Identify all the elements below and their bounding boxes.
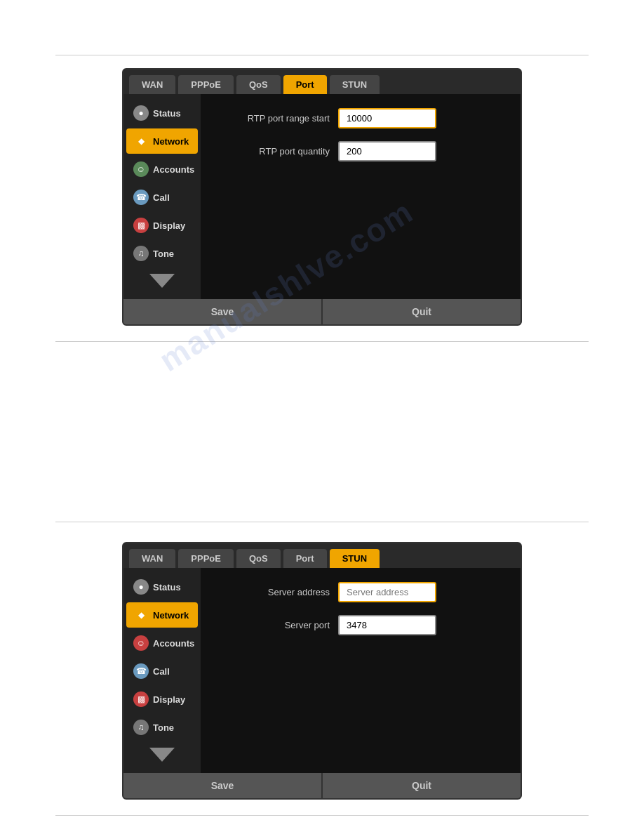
save-btn-2[interactable]: Save (123, 773, 323, 798)
call-icon-1: ☎ (133, 190, 149, 205)
panel2: WAN PPPoE QoS Port STUN ● Status ◆ Netwo… (122, 542, 522, 800)
sidebar-label-display-2: Display (153, 694, 185, 705)
sidebar-item-tone-2[interactable]: ♫ Tone (126, 715, 198, 740)
network-icon-1: ◆ (133, 133, 149, 149)
server-addr-row: Server address (217, 582, 504, 602)
status-icon-2: ● (133, 579, 149, 595)
sidebar-item-network-1[interactable]: ◆ Network (126, 128, 198, 154)
panel2-bottom-bar: Save Quit (123, 773, 521, 798)
sidebar-label-display-1: Display (153, 220, 185, 231)
rtp-qty-label: RTP port quantity (217, 146, 330, 157)
rtp-qty-row: RTP port quantity (217, 141, 504, 161)
server-port-label: Server port (217, 620, 330, 630)
tab-stun-1[interactable]: STUN (330, 75, 380, 94)
accounts-icon-2: ☺ (133, 635, 149, 651)
panel1: WAN PPPoE QoS Port STUN ● Status ◆ Netwo… (122, 68, 522, 326)
sidebar-item-accounts-1[interactable]: ☺ Accounts (126, 157, 198, 182)
save-btn-1[interactable]: Save (123, 299, 323, 324)
quit-btn-1[interactable]: Quit (323, 299, 521, 324)
network-icon-2: ◆ (133, 607, 149, 623)
panel1-content: RTP port range start RTP port quantity (201, 94, 521, 299)
sidebar-item-call-1[interactable]: ☎ Call (126, 185, 198, 210)
sidebar-label-call-1: Call (153, 192, 170, 203)
panel1-tab-bar: WAN PPPoE QoS Port STUN (123, 70, 521, 94)
rtp-start-input[interactable] (338, 108, 436, 128)
panel2-tab-bar: WAN PPPoE QoS Port STUN (123, 543, 521, 568)
down-arrow-icon-2 (149, 748, 175, 762)
down-arrow-icon-1 (149, 274, 175, 288)
panel2-content: Server address Server port (201, 568, 521, 773)
scroll-down-btn-1[interactable] (149, 274, 175, 288)
panel1-section: WAN PPPoE QoS Port STUN ● Status ◆ Netwo… (0, 68, 644, 326)
panel2-section: WAN PPPoE QoS Port STUN ● Status ◆ Netwo… (0, 542, 644, 800)
sidebar-label-status-1: Status (153, 108, 181, 119)
sidebar-item-status-2[interactable]: ● Status (126, 574, 198, 600)
quit-btn-2[interactable]: Quit (323, 773, 521, 798)
panel2-sidebar: ● Status ◆ Network ☺ Accounts ☎ Call (123, 568, 201, 773)
sidebar-label-network-2: Network (153, 610, 189, 621)
rtp-start-label: RTP port range start (217, 113, 330, 124)
mid-divider-1 (55, 341, 589, 342)
panel1-body: ● Status ◆ Network ☺ Accounts ☎ Call (123, 94, 521, 299)
sidebar-label-accounts-2: Accounts (153, 638, 194, 649)
rtp-start-row: RTP port range start (217, 108, 504, 128)
top-divider (55, 55, 589, 55)
sidebar-label-tone-2: Tone (153, 722, 174, 733)
tab-pppoe-2[interactable]: PPPoE (178, 549, 234, 568)
mid-divider-2 (55, 522, 589, 522)
call-icon-2: ☎ (133, 663, 149, 679)
sidebar-item-display-2[interactable]: ▩ Display (126, 687, 198, 712)
tab-stun-2[interactable]: STUN (330, 549, 380, 568)
tab-port-2[interactable]: Port (283, 549, 327, 568)
server-port-row: Server port (217, 615, 504, 635)
bottom-divider (55, 815, 589, 816)
sidebar-label-network-1: Network (153, 136, 189, 147)
panel1-sidebar: ● Status ◆ Network ☺ Accounts ☎ Call (123, 94, 201, 299)
tab-port-1[interactable]: Port (283, 75, 327, 94)
tab-pppoe-1[interactable]: PPPoE (178, 75, 234, 94)
sidebar-item-tone-1[interactable]: ♫ Tone (126, 241, 198, 266)
sidebar-label-tone-1: Tone (153, 249, 174, 259)
page-wrapper: manualshlve.com WAN PPPoE QoS Port STUN … (0, 0, 644, 834)
sidebar-item-accounts-2[interactable]: ☺ Accounts (126, 630, 198, 656)
sidebar-item-call-2[interactable]: ☎ Call (126, 658, 198, 684)
tab-wan-2[interactable]: WAN (129, 549, 175, 568)
rtp-qty-input[interactable] (338, 141, 436, 161)
sidebar-item-network-2[interactable]: ◆ Network (126, 602, 198, 628)
display-icon-1: ▩ (133, 218, 149, 233)
tone-icon-2: ♫ (133, 720, 149, 735)
panel2-body: ● Status ◆ Network ☺ Accounts ☎ Call (123, 568, 521, 773)
tone-icon-1: ♫ (133, 246, 149, 261)
display-icon-2: ▩ (133, 691, 149, 707)
tab-qos-2[interactable]: QoS (236, 549, 281, 568)
status-icon-1: ● (133, 105, 149, 121)
server-addr-input[interactable] (338, 582, 436, 602)
sidebar-item-status-1[interactable]: ● Status (126, 100, 198, 126)
sidebar-item-display-1[interactable]: ▩ Display (126, 213, 198, 238)
panel1-bottom-bar: Save Quit (123, 299, 521, 324)
tab-wan-1[interactable]: WAN (129, 75, 175, 94)
scroll-down-btn-2[interactable] (149, 748, 175, 762)
accounts-icon-1: ☺ (133, 161, 149, 177)
sidebar-label-call-2: Call (153, 666, 170, 677)
sidebar-label-status-2: Status (153, 582, 181, 593)
sidebar-label-accounts-1: Accounts (153, 164, 194, 175)
server-port-input[interactable] (338, 615, 436, 635)
tab-qos-1[interactable]: QoS (236, 75, 281, 94)
server-addr-label: Server address (217, 587, 330, 597)
